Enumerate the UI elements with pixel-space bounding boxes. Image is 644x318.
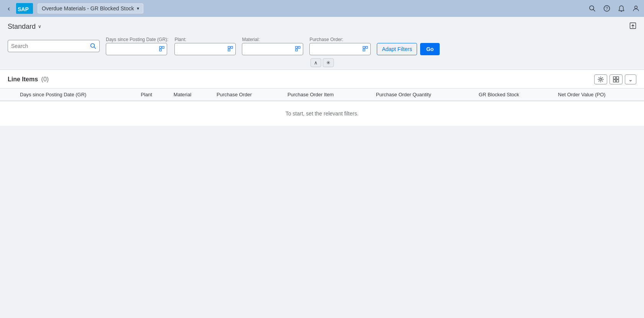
svg-rect-16	[296, 46, 297, 48]
standard-chevron-icon: ∨	[38, 24, 41, 29]
adapt-filters-button[interactable]: Adapt Filters	[377, 43, 417, 55]
filter-expand-plant-icon[interactable]	[228, 46, 233, 53]
page-title: Overdue Materials - GR Blocked Stock	[42, 5, 134, 12]
svg-rect-23	[613, 77, 616, 79]
export-icon[interactable]	[629, 22, 636, 31]
col-header-purchase-order-quantity: Purchase Order Quantity	[371, 89, 474, 101]
svg-line-3	[593, 10, 595, 12]
col-header-purchase-order: Purchase Order	[212, 89, 283, 101]
col-header-net-order-value: Net Order Value (PO)	[554, 89, 644, 101]
col-header-checkbox	[0, 89, 15, 101]
go-button[interactable]: Go	[420, 43, 440, 55]
filter-bar: Days since Posting Date (GR): Plant:	[0, 34, 644, 57]
line-items-section: Line Items (0) ⌄	[0, 69, 644, 126]
filter-expand-purchase-order-icon[interactable]	[363, 46, 368, 53]
svg-rect-20	[366, 46, 368, 48]
standard-label-text: Standard	[8, 23, 36, 31]
svg-rect-25	[613, 80, 616, 82]
svg-line-9	[94, 47, 96, 49]
svg-rect-21	[363, 49, 365, 51]
table-header: Days since Posting Date (GR) Plant Mater…	[0, 89, 644, 101]
filter-label-days: Days since Posting Date (GR):	[106, 37, 168, 42]
filter-toggle-row: ∧ ✳	[0, 57, 644, 69]
filter-field-purchase-order: Purchase Order:	[309, 37, 371, 55]
table-settings-button[interactable]	[594, 74, 607, 84]
filter-input-days[interactable]	[108, 46, 158, 52]
search-input[interactable]	[11, 43, 90, 49]
search-container	[8, 40, 100, 52]
expand-table-button[interactable]: ⌄	[625, 74, 636, 84]
filter-input-plant[interactable]	[177, 46, 226, 52]
help-nav-icon[interactable]: ?	[603, 5, 610, 12]
svg-rect-19	[363, 46, 365, 48]
svg-rect-24	[616, 77, 619, 79]
svg-point-6	[635, 6, 637, 9]
svg-point-22	[600, 79, 602, 81]
filter-input-purchase-order[interactable]	[312, 46, 361, 52]
collapse-filters-button[interactable]: ∧	[310, 58, 321, 67]
collapse-icon: ∧	[314, 60, 318, 66]
user-nav-icon[interactable]	[632, 5, 639, 12]
col-header-gr-blocked-stock: GR Blocked Stock	[474, 89, 554, 101]
sap-logo: SAP	[16, 3, 33, 14]
svg-rect-10	[159, 46, 161, 48]
filter-field-days: Days since Posting Date (GR):	[106, 37, 168, 55]
table-view-button[interactable]	[610, 74, 623, 84]
svg-rect-14	[231, 46, 233, 48]
page-header: Standard ∨	[0, 17, 644, 34]
pin-icon: ✳	[326, 60, 330, 66]
line-items-actions-container: ⌄	[594, 74, 636, 84]
filter-input-purchase-order-container	[309, 43, 371, 55]
filter-label-material: Material:	[242, 37, 303, 42]
expand-table-icon: ⌄	[628, 76, 633, 82]
filter-input-plant-container	[174, 43, 236, 55]
svg-rect-15	[228, 49, 230, 51]
filter-expand-material-icon[interactable]	[295, 46, 301, 53]
page-title-dropdown-icon: ▾	[137, 6, 139, 11]
search-button[interactable]	[90, 43, 96, 49]
nav-icons-container: ?	[589, 5, 639, 12]
col-header-purchase-order-item: Purchase Order Item	[283, 89, 371, 101]
svg-rect-13	[228, 46, 230, 48]
svg-rect-18	[296, 49, 297, 51]
svg-text:?: ?	[606, 6, 608, 11]
table-container: Days since Posting Date (GR) Plant Mater…	[0, 89, 644, 126]
table-empty-row: To start, set the relevant filters.	[0, 101, 644, 126]
page-title-container[interactable]: Overdue Materials - GR Blocked Stock ▾	[38, 3, 143, 13]
top-navigation: ‹ SAP Overdue Materials - GR Blocked Sto…	[0, 0, 644, 17]
table-empty-message: To start, set the relevant filters.	[0, 101, 644, 126]
filter-label-purchase-order: Purchase Order:	[309, 37, 371, 42]
line-items-table: Days since Posting Date (GR) Plant Mater…	[0, 89, 644, 126]
search-nav-icon[interactable]	[589, 5, 596, 12]
filter-field-material: Material:	[242, 37, 303, 55]
filter-input-days-container	[106, 43, 167, 55]
back-icon: ‹	[8, 5, 10, 13]
back-button[interactable]: ‹	[5, 3, 13, 14]
pin-filters-button[interactable]: ✳	[323, 58, 334, 67]
table-body: To start, set the relevant filters.	[0, 101, 644, 126]
filter-expand-days-icon[interactable]	[159, 46, 164, 53]
filter-input-material-container	[242, 43, 303, 55]
col-header-days: Days since Posting Date (GR)	[15, 89, 136, 101]
filter-actions: Adapt Filters Go	[377, 43, 440, 55]
svg-rect-26	[616, 80, 619, 82]
line-items-header: Line Items (0) ⌄	[0, 70, 644, 89]
col-header-plant: Plant	[136, 89, 169, 101]
svg-rect-11	[162, 46, 164, 48]
filter-field-plant: Plant:	[174, 37, 236, 55]
svg-rect-12	[159, 49, 161, 51]
standard-label-container[interactable]: Standard ∨	[8, 23, 41, 31]
line-items-title: Line Items (0)	[8, 76, 49, 83]
svg-rect-17	[298, 46, 300, 48]
line-items-label: Line Items	[8, 76, 38, 82]
filter-input-material[interactable]	[245, 46, 294, 52]
svg-text:SAP: SAP	[18, 6, 29, 12]
col-header-material: Material	[169, 89, 212, 101]
notifications-nav-icon[interactable]	[618, 5, 625, 12]
filter-label-plant: Plant:	[174, 37, 236, 42]
line-items-count: (0)	[41, 76, 49, 82]
